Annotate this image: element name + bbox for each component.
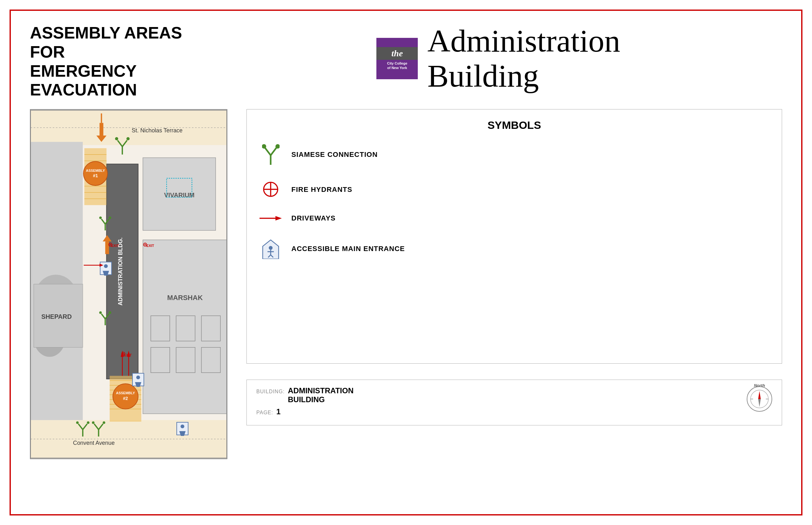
svg-point-60 [127, 137, 130, 140]
city-college-text: City Collegeof New York [385, 60, 409, 70]
main-content: SHEPARD ADMINISTRATION BLDG. VIVARIUM MA… [11, 106, 801, 469]
siamese-label: SIAMESE CONNECTION [291, 150, 378, 159]
svg-marker-124 [758, 391, 761, 399]
svg-text:#2: #2 [123, 396, 128, 401]
svg-point-59 [115, 137, 118, 140]
ccny-logo: the City Collegeof New York [376, 38, 418, 79]
symbol-row-driveway: DRIVEWAYS [260, 214, 769, 222]
svg-point-118 [269, 246, 273, 250]
header: ASSEMBLY AREAS FOR EMERGENCY EVACUATION … [11, 11, 801, 106]
symbol-row-accessible: ACCESSIBLE MAIN ENTRANCE [260, 238, 769, 259]
svg-point-70 [108, 312, 111, 314]
svg-text:Convent Avenue: Convent Avenue [73, 440, 115, 446]
map-svg: SHEPARD ADMINISTRATION BLDG. VIVARIUM MA… [31, 110, 227, 459]
svg-point-82 [104, 265, 108, 268]
svg-rect-16 [143, 240, 227, 414]
svg-marker-54 [105, 241, 109, 254]
svg-point-75 [87, 421, 89, 424]
svg-point-74 [76, 421, 79, 424]
svg-point-85 [136, 375, 140, 379]
driveway-label: DRIVEWAYS [291, 214, 336, 222]
svg-point-88 [180, 424, 184, 428]
symbols-box: SYMBOLS SIAMESE CONNECTION [246, 109, 782, 364]
svg-line-109 [271, 147, 277, 155]
svg-text:EXIT: EXIT [111, 244, 119, 247]
hydrant-icon [260, 181, 282, 198]
symbol-row-siamese: SIAMESE CONNECTION [260, 144, 769, 165]
outer-border: ASSEMBLY AREAS FOR EMERGENCY EVACUATION … [10, 10, 802, 515]
svg-text:St. Nicholas Terrace: St. Nicholas Terrace [132, 127, 183, 134]
svg-text:ADMINISTRATION BLDG.: ADMINISTRATION BLDG. [117, 237, 124, 305]
accessible-icon [260, 238, 282, 259]
svg-point-80 [103, 421, 105, 424]
building-row: BUILDING: ADMINISTRATIONBUILDING [256, 386, 737, 404]
svg-marker-116 [275, 216, 282, 221]
building-value: ADMINISTRATIONBUILDING [288, 386, 353, 404]
info-box: BUILDING: ADMINISTRATIONBUILDING PAGE: 1… [246, 379, 782, 425]
svg-marker-51 [100, 123, 103, 136]
title-block: ASSEMBLY AREAS FOR EMERGENCY EVACUATION [30, 24, 189, 100]
symbol-row-hydrant: FIRE HYDRANTS [260, 181, 769, 198]
svg-line-108 [265, 147, 271, 155]
svg-text:#1: #1 [93, 173, 98, 178]
page-label: PAGE: [256, 410, 273, 416]
the-text: the [376, 47, 418, 60]
building-info: BUILDING: ADMINISTRATIONBUILDING PAGE: 1 [256, 386, 737, 419]
svg-text:ASSEMBLY: ASSEMBLY [86, 169, 105, 172]
map-container: SHEPARD ADMINISTRATION BLDG. VIVARIUM MA… [30, 109, 227, 459]
building-label: BUILDING: [256, 389, 285, 394]
page-row: PAGE: 1 [256, 407, 737, 416]
page-title: ASSEMBLY AREAS FOR EMERGENCY EVACUATION [30, 24, 189, 100]
svg-text:EXIT: EXIT [146, 244, 155, 247]
svg-point-79 [92, 421, 95, 424]
svg-point-69 [99, 312, 102, 314]
symbols-title: SYMBOLS [260, 119, 769, 131]
right-panel: SYMBOLS SIAMESE CONNECTION [246, 109, 782, 459]
compass-north-label: North [754, 383, 765, 388]
hydrant-label: FIRE HYDRANTS [291, 185, 352, 194]
accessible-label: ACCESSIBLE MAIN ENTRANCE [291, 245, 405, 253]
logo-area: the City Collegeof New York Administrati… [189, 24, 782, 93]
compass: North [747, 386, 772, 412]
svg-text:ASSEMBLY: ASSEMBLY [116, 391, 135, 395]
svg-text:SHEPARD: SHEPARD [41, 313, 72, 320]
building-title: Administration Building [427, 24, 620, 93]
page-value: 1 [276, 407, 280, 416]
svg-marker-125 [758, 399, 761, 407]
svg-point-64 [99, 217, 102, 219]
svg-point-65 [108, 217, 111, 219]
driveway-icon [260, 215, 282, 222]
siamese-icon [260, 144, 282, 165]
svg-text:MARSHAK: MARSHAK [167, 294, 203, 302]
